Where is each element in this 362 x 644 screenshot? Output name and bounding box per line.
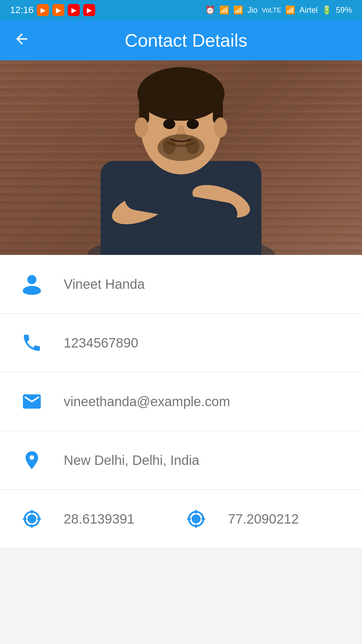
- contact-address-row[interactable]: New Delhi, Delhi, India: [0, 431, 362, 490]
- back-button[interactable]: [13, 31, 30, 50]
- contact-coordinates-row: 28.6139391 77.2090212: [0, 490, 362, 548]
- latitude-block: 28.6139391: [17, 504, 181, 534]
- status-time: 12:16: [10, 5, 34, 15]
- longitude-block: 77.2090212: [181, 504, 345, 534]
- gps-lng-icon: [181, 504, 211, 534]
- contact-phone: 1234567890: [64, 334, 138, 352]
- status-bar-right: ⏰ 📶 📶 Jio VoLTE 📶 Airtel 🔋 59%: [205, 5, 352, 15]
- profile-photo: [0, 60, 362, 255]
- gps-lat-icon: [17, 504, 47, 534]
- svg-point-18: [23, 288, 41, 295]
- signal-icon-jio: 📶: [233, 5, 243, 15]
- app-icon-2: ▶: [52, 4, 64, 16]
- svg-point-16: [214, 117, 227, 138]
- contact-email: vineethanda@example.com: [64, 393, 230, 410]
- app-icon-1: ▶: [37, 4, 49, 16]
- wifi-icon: 📶: [219, 5, 229, 15]
- status-bar-left: 12:16 ▶ ▶ ▶ ▶: [10, 4, 95, 16]
- battery-level: 59%: [336, 5, 352, 15]
- svg-point-20: [30, 517, 34, 521]
- app-bar: Contact Details: [0, 20, 362, 60]
- contact-name: Vineet Handa: [64, 275, 145, 293]
- carrier-jio: Jio: [247, 5, 258, 15]
- signal-icon-airtel: 📶: [285, 5, 295, 15]
- svg-point-11: [187, 119, 199, 129]
- person-icon: [17, 269, 47, 299]
- svg-point-15: [135, 117, 148, 138]
- app-icon-4: ▶: [83, 4, 95, 16]
- contact-longitude: 77.2090212: [228, 510, 299, 528]
- status-bar: 12:16 ▶ ▶ ▶ ▶ ⏰ 📶 📶 Jio VoLTE 📶 Airtel 🔋…: [0, 0, 362, 20]
- page-title: Contact Details: [44, 30, 328, 51]
- svg-point-10: [163, 119, 175, 129]
- alarm-icon: ⏰: [205, 5, 215, 15]
- person-avatar-svg: [44, 60, 318, 255]
- app-icon-3: ▶: [68, 4, 80, 16]
- contact-info-list: Vineet Handa 1234567890 vineethanda@exam…: [0, 255, 362, 548]
- email-icon: [17, 386, 47, 417]
- contact-phone-row[interactable]: 1234567890: [0, 314, 362, 372]
- contact-address: New Delhi, Delhi, India: [64, 451, 199, 469]
- phone-icon: [17, 328, 47, 358]
- svg-point-17: [27, 275, 37, 284]
- svg-point-27: [194, 517, 198, 521]
- battery-icon: 🔋: [322, 5, 332, 15]
- location-icon: [17, 445, 47, 475]
- contact-latitude: 28.6139391: [64, 510, 134, 528]
- contact-name-row: Vineet Handa: [0, 255, 362, 314]
- svg-point-7: [137, 67, 225, 121]
- carrier-airtel: Airtel: [299, 5, 318, 15]
- contact-email-row[interactable]: vineethanda@example.com: [0, 372, 362, 431]
- volte-icon: VoLTE: [262, 6, 282, 14]
